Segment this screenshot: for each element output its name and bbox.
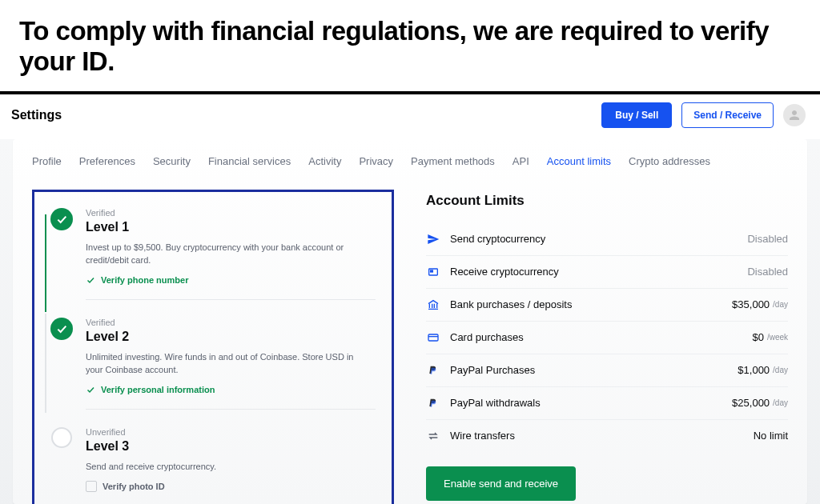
limit-wire: Wire transfers No limit [426,420,788,452]
paypal-icon [426,363,440,378]
level-2-desc: Unlimited investing. Wire funds in and o… [86,350,358,377]
left-column: Verified Level 1 Invest up to $9,500. Bu… [32,190,394,504]
transfer-icon [426,429,440,443]
limits-title: Account Limits [426,190,788,209]
level-1-status: Verified [86,208,376,218]
level-2-status: Verified [86,318,376,327]
banner: To comply with financial regulations, we… [0,0,820,91]
check-icon [86,275,95,285]
connector-1 [45,214,46,312]
limit-bank-unit: /day [773,300,788,309]
tab-privacy[interactable]: Privacy [359,155,393,167]
limit-bank-label: Bank purchases / deposits [450,298,732,310]
limit-receive-value: Disabled [747,266,788,278]
check-icon [50,318,73,340]
limit-paypal-withdrawals: PayPal withdrawals $25,000 /day [426,387,788,420]
tab-payment-methods[interactable]: Payment methods [411,155,495,167]
level-3-body: Unverified Level 3 Send and receive cryp… [86,427,376,493]
verify-phone-label: Verify phone number [101,275,188,285]
limit-wire-value: No limit [754,430,788,442]
tabs: Profile Preferences Security Financial s… [13,139,807,178]
check-icon [86,385,95,394]
limit-bank-value: $35,000 [732,298,770,310]
receive-icon [426,265,440,279]
limit-receive: Receive cryptocurrency Disabled [426,256,788,289]
limit-card: Card purchases $0 /week [426,322,788,354]
limit-send: Send cryptocurrency Disabled [426,223,788,256]
paypal-icon [426,396,440,410]
tab-security[interactable]: Security [153,155,191,167]
limit-paypal-p-label: PayPal Purchases [450,364,738,376]
level-1-title: Level 1 [86,220,376,234]
tab-financial-services[interactable]: Financial services [208,155,291,167]
limit-bank: Bank purchases / deposits $35,000 /day [426,289,788,322]
limit-card-unit: /week [767,333,788,342]
verify-personal-info: Verify personal information [86,385,376,394]
verify-photo-id[interactable]: Verify photo ID [86,481,376,492]
empty-circle-icon [51,427,72,448]
svg-rect-2 [428,334,438,341]
limit-send-value: Disabled [747,233,788,245]
card-icon [426,330,440,345]
avatar[interactable] [783,104,806,126]
level-2-body: Verified Level 2 Unlimited investing. Wi… [86,318,376,427]
buy-sell-button[interactable]: Buy / Sell [601,102,672,128]
level-3-row: Unverified Level 3 Send and receive cryp… [50,427,376,493]
check-icon [50,208,73,230]
limit-paypal-p-value: $1,000 [738,364,770,376]
tab-crypto-addresses[interactable]: Crypto addresses [629,155,710,167]
level-2-row: Verified Level 2 Unlimited investing. Wi… [50,318,376,427]
tab-preferences[interactable]: Preferences [79,155,135,167]
levels-box: Verified Level 1 Invest up to $9,500. Bu… [32,190,394,504]
level-2-title: Level 2 [86,330,376,344]
verify-personal-label: Verify personal information [101,385,215,394]
topbar-actions: Buy / Sell Send / Receive [601,102,806,128]
limit-paypal-p-unit: /day [773,366,788,374]
level-3-status: Unverified [86,427,376,437]
level-1-row: Verified Level 1 Invest up to $9,500. Bu… [50,208,376,318]
limit-card-label: Card purchases [450,331,752,343]
tab-account-limits[interactable]: Account limits [547,155,611,167]
tab-activity[interactable]: Activity [308,155,341,167]
content: Verified Level 1 Invest up to $9,500. Bu… [13,178,807,504]
tab-api[interactable]: API [512,155,529,167]
connector-2 [45,314,46,413]
limit-paypal-purchases: PayPal Purchases $1,000 /day [426,354,788,387]
level-3-title: Level 3 [86,439,376,454]
workspace: Profile Preferences Security Financial s… [0,139,820,504]
level-2-icon-col [50,318,73,427]
bank-icon [426,298,440,312]
send-receive-button[interactable]: Send / Receive [681,102,774,128]
verify-photo-label: Verify photo ID [102,482,165,491]
verify-phone: Verify phone number [86,275,376,285]
level-1-body: Verified Level 1 Invest up to $9,500. Bu… [86,208,376,318]
limit-send-label: Send cryptocurrency [450,233,747,245]
limit-paypal-w-value: $25,000 [732,397,770,409]
level-1-desc: Invest up to $9,500. Buy cryptocurrency … [86,241,358,267]
limit-receive-label: Receive cryptocurrency [450,266,747,278]
level-1-icon-col [50,208,73,318]
banner-heading: To comply with financial regulations, we… [19,16,801,77]
limit-paypal-w-unit: /day [773,398,788,407]
right-column: Account Limits Send cryptocurrency Disab… [418,190,788,504]
limit-wire-label: Wire transfers [450,430,754,442]
limit-paypal-w-label: PayPal withdrawals [450,397,732,409]
svg-rect-1 [431,270,433,272]
user-icon [787,108,802,122]
topbar: Settings Buy / Sell Send / Receive [0,94,820,139]
level-3-desc: Send and receive cryptocurrency. [86,460,358,474]
card: Profile Preferences Security Financial s… [13,139,807,504]
page-title: Settings [11,108,62,122]
tab-profile[interactable]: Profile [32,155,62,167]
checkbox-icon[interactable] [86,481,97,492]
enable-send-receive-button[interactable]: Enable send and receive [426,466,576,501]
send-icon [426,232,440,246]
limit-card-value: $0 [752,331,763,343]
level-3-icon-col [50,427,73,493]
